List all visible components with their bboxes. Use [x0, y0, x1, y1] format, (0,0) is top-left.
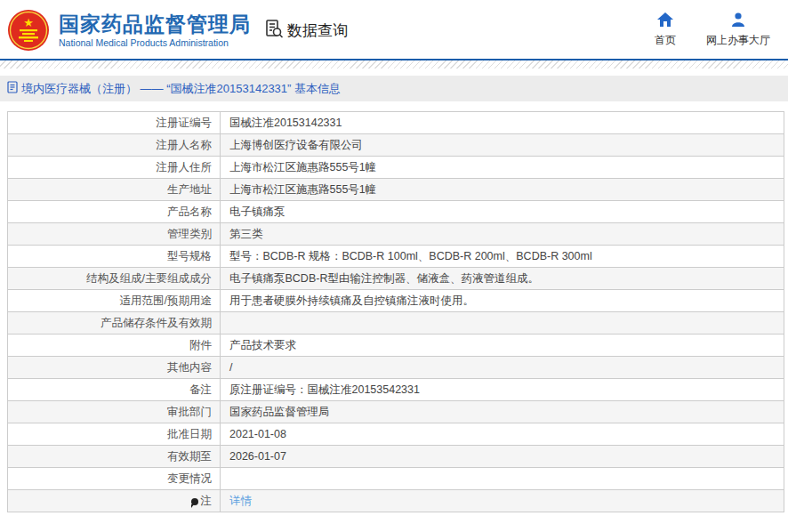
- row-label: 产品名称: [8, 201, 221, 223]
- row-label: 型号规格: [8, 246, 221, 268]
- header-stripe-band: [0, 60, 788, 69]
- data-query-icon: [263, 18, 285, 43]
- row-label: 其他内容: [8, 357, 221, 379]
- table-row: 变更情况: [8, 468, 784, 490]
- row-label: 变更情况: [8, 468, 221, 490]
- data-query-section: 数据查询: [263, 18, 348, 43]
- row-label: 审批部门: [8, 401, 221, 423]
- row-value: 用于患者硬膜外持续镇痛及自控镇痛注液时使用。: [221, 290, 784, 312]
- row-value: 产品技术要求: [221, 335, 784, 357]
- breadcrumb: 境内医疗器械（注册） —— “国械注准20153142331” 基本信息: [0, 76, 788, 101]
- table-row: 附件产品技术要求: [8, 335, 784, 357]
- table-row: 结构及组成/主要组成成分电子镇痛泵BCDB-R型由输注控制器、储液盒、药液管道组…: [8, 268, 784, 290]
- row-label: 有效期至: [8, 446, 221, 468]
- nav-label-home: 首页: [655, 33, 676, 48]
- table-row: 注详情: [8, 490, 784, 512]
- table-row: 审批部门国家药品监督管理局: [8, 401, 784, 423]
- table-row: 产品储存条件及有效期: [8, 312, 784, 335]
- row-value: 上海博创医疗设备有限公司: [221, 134, 784, 157]
- breadcrumb-text: 境内医疗器械（注册） —— “国械注准20153142331” 基本信息: [21, 81, 341, 97]
- row-value: 型号：BCDB-R 规格：BCDB-R 100ml、BCDB-R 200ml、B…: [221, 246, 784, 268]
- nav-item-service-hall[interactable]: 网上办事大厅: [706, 12, 770, 48]
- person-icon: [730, 12, 746, 30]
- table-row: 产品名称电子镇痛泵: [8, 201, 784, 223]
- row-value: 电子镇痛泵BCDB-R型由输注控制器、储液盒、药液管道组成。: [221, 268, 784, 290]
- info-table-body: 注册证编号国械注准20153142331注册人名称上海博创医疗设备有限公司注册人…: [8, 112, 784, 512]
- row-value: [221, 312, 784, 335]
- row-label: 结构及组成/主要组成成分: [8, 268, 221, 290]
- row-value: 2026-01-07: [221, 446, 784, 468]
- row-value: 国械注准20153142331: [221, 112, 784, 134]
- table-row: 注册人住所上海市松江区施惠路555号1幢: [8, 157, 784, 179]
- table-row: 注册人名称上海博创医疗设备有限公司: [8, 134, 784, 157]
- table-row: 其他内容/: [8, 357, 784, 379]
- row-value: [221, 468, 784, 490]
- table-row: 型号规格型号：BCDB-R 规格：BCDB-R 100ml、BCDB-R 200…: [8, 246, 784, 268]
- table-row: 有效期至2026-01-07: [8, 446, 784, 468]
- table-row: 备注原注册证编号：国械注准20153542331: [8, 379, 784, 401]
- nav-item-home[interactable]: 首页: [655, 12, 676, 48]
- registration-info-table: 注册证编号国械注准20153142331注册人名称上海博创医疗设备有限公司注册人…: [7, 111, 784, 512]
- row-label: 注册人名称: [8, 134, 221, 157]
- row-value: 第三类: [221, 223, 784, 246]
- row-value: 电子镇痛泵: [221, 201, 784, 223]
- agency-title-cn: 国家药品监督管理局: [59, 12, 251, 36]
- row-label: 注: [8, 490, 221, 512]
- table-row: 生产地址上海市松江区施惠路555号1幢: [8, 179, 784, 201]
- agency-title: 国家药品监督管理局 National Medical Products Admi…: [59, 12, 251, 48]
- detail-link[interactable]: 详情: [229, 495, 252, 507]
- row-value: 2021-01-08: [221, 423, 784, 446]
- agency-title-en: National Medical Products Administration: [59, 37, 251, 48]
- site-header: ★ 国家药品监督管理局 National Medical Products Ad…: [0, 0, 788, 59]
- row-label: 备注: [8, 379, 221, 401]
- row-value: 上海市松江区施惠路555号1幢: [221, 179, 784, 201]
- nav-label-service-hall: 网上办事大厅: [706, 33, 770, 48]
- row-label: 产品储存条件及有效期: [8, 312, 221, 335]
- national-emblem-logo: ★: [7, 9, 50, 52]
- row-value: 国家药品监督管理局: [221, 401, 784, 423]
- table-row: 注册证编号国械注准20153142331: [8, 112, 784, 134]
- table-row: 批准日期2021-01-08: [8, 423, 784, 446]
- row-value: 原注册证编号：国械注准20153542331: [221, 379, 784, 401]
- top-nav: 首页 网上办事大厅: [655, 12, 770, 48]
- document-icon: [7, 81, 18, 97]
- row-label: 适用范围/预期用途: [8, 290, 221, 312]
- row-label: 生产地址: [8, 179, 221, 201]
- row-label: 批准日期: [8, 423, 221, 446]
- row-label: 注册证编号: [8, 112, 221, 134]
- row-value: /: [221, 357, 784, 379]
- row-label: 管理类别: [8, 223, 221, 246]
- row-label: 附件: [8, 335, 221, 357]
- row-value: 上海市松江区施惠路555号1幢: [221, 157, 784, 179]
- data-query-label: 数据查询: [287, 20, 348, 41]
- row-label: 注册人住所: [8, 157, 221, 179]
- table-row: 适用范围/预期用途用于患者硬膜外持续镇痛及自控镇痛注液时使用。: [8, 290, 784, 312]
- svg-text:★: ★: [23, 16, 34, 29]
- home-icon: [657, 12, 673, 30]
- table-row: 管理类别第三类: [8, 223, 784, 246]
- note-icon: [191, 498, 198, 505]
